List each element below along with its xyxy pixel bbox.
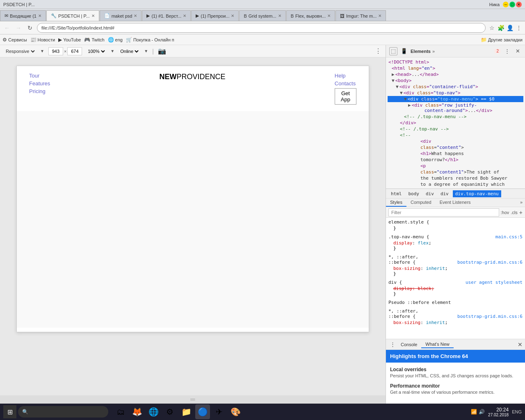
inspect-icon[interactable]: ⬚ (389, 47, 397, 55)
bookmark-servisy[interactable]: ⚙ Сервисы (2, 37, 27, 43)
html-body[interactable]: ▼<body> (388, 78, 523, 84)
html-top-nav-menu[interactable]: ▼<div class="top-nav-menu"> == $0 (388, 96, 523, 102)
html-head[interactable]: ▶<head>...</head> (388, 71, 523, 78)
tab-console[interactable]: Console (397, 341, 421, 348)
taskbar-app-photoshop[interactable]: 🎨 (228, 404, 243, 419)
camera-icon[interactable]: 📷 (158, 47, 166, 55)
css-file-bootstrap[interactable]: bootstrap-grid.min.css:6 (457, 260, 523, 265)
tab-whats-new[interactable]: What's New (421, 341, 453, 348)
bottom-panel-close-icon[interactable]: ✕ (518, 341, 523, 348)
html-comment-open[interactable]: <!-- (388, 132, 523, 138)
breadcrumb-div1[interactable]: div (423, 190, 436, 197)
error-badge[interactable]: 2 (495, 49, 500, 53)
tab-styles[interactable]: Styles (386, 199, 406, 207)
devtools-more-icon[interactable]: ⋮ (503, 47, 511, 55)
tab-close-tab7[interactable]: ✕ (327, 14, 331, 18)
nav-contacts-link[interactable]: Contacts (335, 80, 356, 87)
bookmark-star-icon[interactable]: ☆ (488, 24, 495, 32)
html-h1-close[interactable]: tomorrow?</h1> (388, 157, 523, 163)
profile-icon[interactable]: 👤 (506, 24, 514, 32)
filter-hov[interactable]: :hov (501, 210, 509, 215)
tab-close-tab8[interactable]: ✕ (378, 14, 381, 18)
bookmark-twitch[interactable]: 🎮 Twitch (84, 37, 104, 43)
zoom-select[interactable]: 100% (86, 48, 106, 54)
html-doctype[interactable]: <!DOCTYPE html> (388, 59, 523, 65)
back-button[interactable]: ← (2, 23, 11, 32)
address-input[interactable] (37, 23, 486, 33)
get-app-button[interactable]: Get App (335, 88, 356, 105)
html-comment-topnav[interactable]: <!-- /.top-nav --> (388, 126, 523, 132)
width-input[interactable] (48, 47, 63, 55)
html-html-tag[interactable]: <html lang="en"> (388, 65, 523, 71)
minimize-btn[interactable]: ─ (503, 2, 509, 7)
tab-computed[interactable]: Computed (406, 199, 436, 207)
tab-close-tab2[interactable]: ✕ (91, 14, 95, 18)
elements-tab[interactable]: Elements (411, 49, 431, 54)
bookmark-eng[interactable]: 🌐 eng (108, 37, 123, 43)
html-h1[interactable]: <h1>What happens (388, 151, 523, 157)
html-row-justify[interactable]: ▶<div class="row justify- content-around… (388, 102, 523, 114)
more-style-tabs-icon[interactable]: » (518, 199, 525, 207)
html-container-fluid[interactable]: ▼<div class="container-fluid"> (388, 84, 523, 90)
taskbar-app-edge[interactable]: 🌐 (146, 404, 161, 419)
taskbar-search[interactable]: 🔍 (18, 406, 108, 418)
tab-tab7[interactable]: BFlex, выровн...✕ (286, 10, 335, 21)
tab-close-tab6[interactable]: ✕ (278, 14, 281, 18)
html-comment-topnavmenu[interactable]: <!-- /.top-nav-menu --> (388, 114, 523, 120)
taskbar-app-task-view[interactable]: 🗂 (113, 404, 128, 419)
start-button[interactable]: ⊞ (3, 405, 16, 418)
tab-tab4[interactable]: ▶(1) #1. Верст...✕ (142, 10, 191, 21)
filter-cls[interactable]: .cls (511, 210, 518, 215)
tab-close-tab3[interactable]: ✕ (134, 14, 137, 18)
online-select[interactable]: Online (119, 48, 140, 54)
tab-tab3[interactable]: 📄maket psd✕ (100, 10, 142, 21)
breadcrumb-div2[interactable]: div (438, 190, 451, 197)
bookmark-pokupka[interactable]: 🛒 Покупка - Онлайн п (126, 37, 174, 43)
nav-pricing-link[interactable]: Pricing (29, 88, 50, 94)
tab-close-tab4[interactable]: ✕ (183, 14, 186, 18)
html-div-content[interactable]: <div (388, 138, 523, 144)
taskbar-app-telegram[interactable]: ✈ (212, 404, 226, 419)
network-icon[interactable]: 📶 (471, 409, 477, 415)
more-options-icon[interactable]: ⋮ (375, 47, 381, 55)
extensions-icon[interactable]: 🧩 (497, 24, 504, 32)
bookmark-other[interactable]: 📁 Другие закладки (481, 37, 523, 43)
tab-tab6[interactable]: BGrid system...✕ (239, 10, 285, 21)
css-file-main[interactable]: main.css:5 (495, 234, 523, 240)
taskbar-app-explorer[interactable]: 📁 (179, 404, 194, 419)
html-class-content1[interactable]: class="content1">The sight of (388, 169, 523, 175)
html-top-nav[interactable]: ▼<div class="top-nav"> (388, 90, 523, 96)
nav-tour-link[interactable]: Tour (29, 73, 50, 79)
reload-button[interactable]: ↻ (25, 23, 34, 32)
add-rule-icon[interactable]: + (519, 209, 523, 216)
breadcrumb-div-top-nav-menu[interactable]: div.top-nav-menu (453, 190, 501, 197)
devtools-close-icon[interactable]: ✕ (514, 47, 522, 55)
taskbar-app-firefox[interactable]: 🦊 (130, 404, 144, 419)
forward-button[interactable]: → (14, 23, 23, 32)
volume-icon[interactable]: 🔊 (479, 409, 485, 415)
height-input[interactable] (67, 47, 82, 55)
css-file-bootstrap2[interactable]: bootstrap-grid.min.css:6 (457, 314, 523, 319)
tab-close-tab5[interactable]: ✕ (231, 14, 234, 18)
html-p[interactable]: <p (388, 163, 523, 169)
styles-filter-input[interactable] (388, 208, 499, 217)
menu-icon[interactable]: ⋮ (515, 24, 523, 32)
console-dots-icon[interactable]: ⋮ (388, 340, 397, 349)
taskbar-app-chrome[interactable]: 🔵 (195, 404, 210, 419)
taskbar-time[interactable]: 20:24 27.02.2018 (488, 407, 509, 417)
nav-features-link[interactable]: Features (29, 80, 50, 87)
tab-tab1[interactable]: ✉Входящие (1✕ (0, 10, 46, 21)
bookmark-novosti[interactable]: 📰 Новости (30, 37, 55, 43)
html-class-content[interactable]: class="content"> (388, 144, 523, 151)
taskbar-app-settings[interactable]: ⚙ (162, 404, 177, 419)
more-panels-icon[interactable]: » (432, 49, 435, 54)
tab-tab5[interactable]: ▶(1) Препрои...✕ (191, 10, 239, 21)
breadcrumb-body[interactable]: body (406, 190, 422, 197)
tab-close-tab1[interactable]: ✕ (38, 14, 41, 18)
close-btn[interactable]: ✕ (516, 2, 522, 7)
maximize-btn[interactable]: □ (509, 2, 515, 7)
responsive-mode-select[interactable]: Responsive (4, 48, 36, 54)
breadcrumb-html[interactable]: html (388, 190, 404, 197)
html-close-topnav[interactable]: </div> (388, 120, 523, 126)
tab-tab2[interactable]: 🔧PSDETCH | P...✕ (46, 10, 99, 21)
